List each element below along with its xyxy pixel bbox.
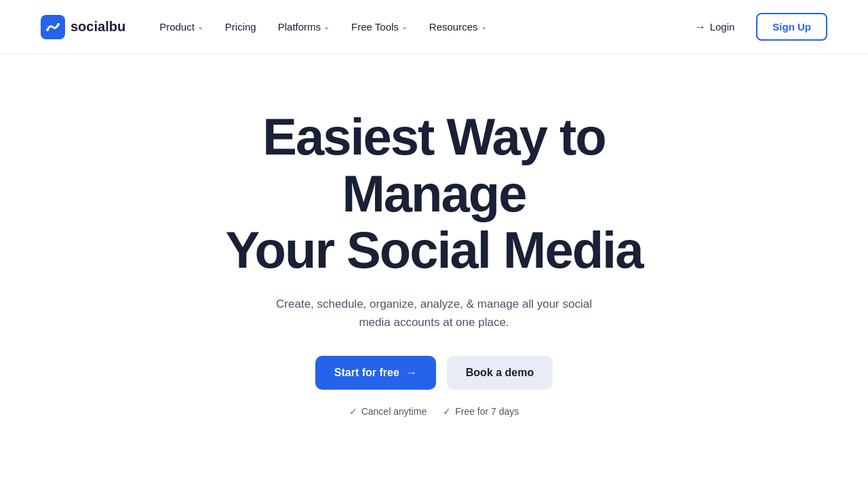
nav-item-pricing[interactable]: Pricing bbox=[216, 16, 266, 38]
svg-point-1 bbox=[46, 28, 49, 31]
hero-subtitle: Create, schedule, organize, analyze, & m… bbox=[264, 295, 604, 331]
free-trial-badge: ✓ Free for 7 days bbox=[443, 406, 519, 417]
nav-right: → Login Sign Up bbox=[684, 13, 827, 41]
cancel-anytime-badge: ✓ Cancel anytime bbox=[349, 406, 427, 417]
check-icon: ✓ bbox=[443, 406, 451, 417]
chevron-down-icon: ⌄ bbox=[401, 22, 408, 31]
nav-item-resources[interactable]: Resources ⌄ bbox=[420, 16, 496, 38]
login-button[interactable]: → Login bbox=[684, 16, 746, 39]
logo-icon bbox=[41, 15, 65, 39]
chevron-down-icon: ⌄ bbox=[481, 22, 487, 31]
chevron-down-icon: ⌄ bbox=[323, 22, 330, 31]
login-icon: → bbox=[695, 21, 706, 33]
hero-title: Easiest Way to Manage Your Social Media bbox=[176, 108, 692, 279]
logo-text: socialbu bbox=[71, 19, 125, 35]
check-icon: ✓ bbox=[349, 406, 357, 417]
hero-badges: ✓ Cancel anytime ✓ Free for 7 days bbox=[349, 406, 519, 417]
nav-item-platforms[interactable]: Platforms ⌄ bbox=[269, 16, 339, 38]
hero-buttons: Start for free → Book a demo bbox=[315, 356, 553, 390]
chevron-down-icon: ⌄ bbox=[197, 22, 203, 31]
nav-left: socialbu Product ⌄ Pricing Platforms ⌄ F… bbox=[41, 15, 496, 39]
nav-item-product[interactable]: Product ⌄ bbox=[150, 16, 213, 38]
start-for-free-button[interactable]: Start for free → bbox=[315, 356, 436, 390]
svg-point-2 bbox=[57, 23, 60, 26]
signup-button[interactable]: Sign Up bbox=[756, 13, 827, 41]
hero-section: Easiest Way to Manage Your Social Media … bbox=[0, 54, 868, 444]
logo-link[interactable]: socialbu bbox=[41, 15, 125, 39]
book-demo-button[interactable]: Book a demo bbox=[447, 356, 553, 390]
navbar: socialbu Product ⌄ Pricing Platforms ⌄ F… bbox=[0, 0, 868, 54]
nav-links: Product ⌄ Pricing Platforms ⌄ Free Tools… bbox=[150, 16, 496, 38]
arrow-right-icon: → bbox=[406, 367, 417, 379]
nav-item-free-tools[interactable]: Free Tools ⌄ bbox=[342, 16, 417, 38]
